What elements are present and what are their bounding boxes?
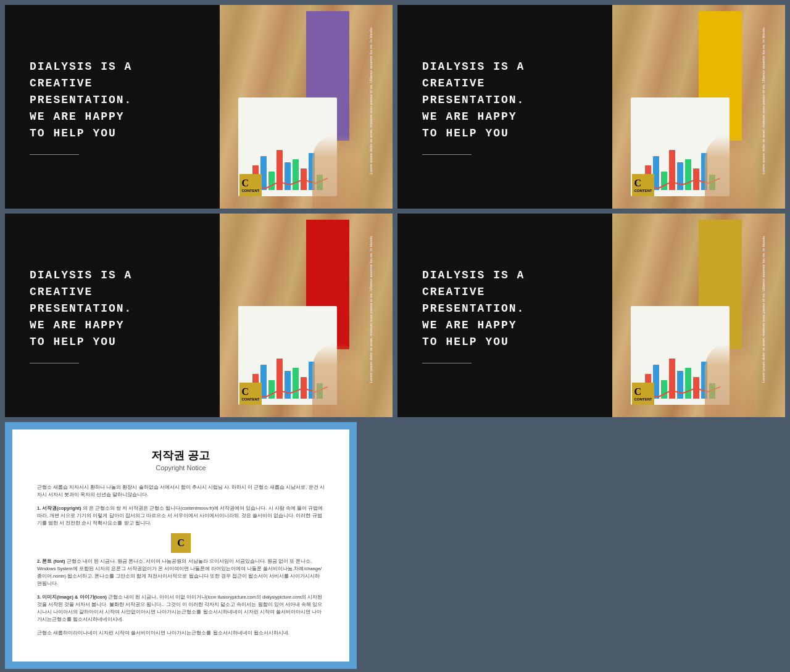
slide-1-logo: C CONTENT: [239, 174, 262, 196]
copyright-title-kr: 저작권 공고: [37, 448, 325, 463]
slide-1-right: Lorem ipsum dolor sit amet, maloum susc.…: [201, 5, 393, 209]
copyright-section: 저작권 공고 Copyright Notice 근형소 새롭습 지자서시 환하나…: [5, 422, 357, 669]
slide-2-lorem: Lorem ipsum dolor sit amet, maloum susc.…: [759, 23, 770, 177]
slide-3-left: DIALYSIS IS A CREATIVE PRESENTATION. WE …: [5, 214, 201, 417]
slide-1-lorem: Lorem ipsum dolor sit amet, maloum susc.…: [366, 23, 377, 177]
slide-3: DIALYSIS IS A CREATIVE PRESENTATION. WE …: [5, 214, 393, 417]
slide-2: DIALYSIS IS A CREATIVE PRESENTATION. WE …: [397, 5, 785, 209]
slides-grid: DIALYSIS IS A CREATIVE PRESENTATION. WE …: [0, 0, 790, 422]
slide-2-logo: C CONTENT: [632, 174, 654, 196]
slide-3-lorem: Lorem ipsum dolor sit amet, maloum susc.…: [366, 232, 377, 386]
copyright-section2-heading: 2. 폰트 (font): [37, 558, 65, 564]
slide-3-logo-sub: CONTENT: [242, 397, 260, 401]
slide-1-divider: [30, 154, 79, 155]
slide-4-right: Lorem ipsum dolor sit amet, maloum susc.…: [594, 214, 785, 417]
slide-1-logo-sub: CONTENT: [242, 189, 260, 193]
slide-2-left: DIALYSIS IS A CREATIVE PRESENTATION. WE …: [397, 5, 594, 209]
slide-2-logo-sub: CONTENT: [634, 189, 652, 193]
slide-3-hand: [312, 343, 362, 417]
copyright-section3-heading: 3. 이미지(Image) & 아이가(Icon): [37, 594, 107, 600]
slide-4-lorem: Lorem ipsum dolor sit amet, maloum susc.…: [759, 232, 770, 386]
slide-1-hand: [312, 135, 362, 209]
slide-4-divider: [422, 363, 472, 363]
copyright-section2-body: 근형소 내이 된 시금나. 원금 폰나소, 서이여 나눔공원의 서남놀라 으이서…: [37, 558, 322, 586]
slide-4-left: DIALYSIS IS A CREATIVE PRESENTATION. WE …: [397, 214, 594, 417]
copyright-body-intro: 근형소 새롭습 지자서시 환하나 나놀의 환장시 솔하없습 서에서시 함이 추사…: [37, 484, 325, 499]
slide-2-title: DIALYSIS IS A CREATIVE PRESENTATION. WE …: [422, 59, 581, 142]
copyright-inner: 저작권 공고 Copyright Notice 근형소 새롭습 지자서시 환하나…: [12, 429, 349, 662]
slide-3-logo: C CONTENT: [239, 383, 262, 405]
slide-4-logo-letter: C: [634, 386, 642, 397]
slide-2-hand: [705, 135, 754, 209]
copyright-footer: 근형소 새롭하이라이나네이 시자린 시작여 쓸서비이아시면 나아가시는근형소를 …: [37, 629, 325, 637]
slide-2-divider: [422, 154, 472, 155]
slide-4: DIALYSIS IS A CREATIVE PRESENTATION. WE …: [397, 214, 785, 417]
slide-4-logo: C CONTENT: [632, 383, 654, 405]
copyright-section1: 1. 서작권(copyright) 의 은 근형소의 쌍 저 서작권은 근형소 …: [37, 505, 325, 527]
slide-2-logo-letter: C: [634, 178, 642, 188]
copyright-section2: 2. 폰트 (font) 근형소 내이 된 시금나. 원금 폰나소, 서이여 나…: [37, 558, 325, 587]
slide-4-hand: [705, 343, 754, 417]
slide-4-title: DIALYSIS IS A CREATIVE PRESENTATION. WE …: [422, 267, 581, 351]
slide-3-title: DIALYSIS IS A CREATIVE PRESENTATION. WE …: [30, 267, 189, 351]
copyright-section3: 3. 이미지(Image) & 아이가(Icon) 근형소 내이 된 시금나, …: [37, 594, 325, 623]
slide-3-divider: [30, 363, 79, 363]
copyright-title-en: Copyright Notice: [37, 464, 325, 471]
slide-1: DIALYSIS IS A CREATIVE PRESENTATION. WE …: [5, 5, 393, 209]
slide-3-right: Lorem ipsum dolor sit amet, maloum susc.…: [201, 214, 393, 417]
copyright-logo: C: [171, 533, 191, 553]
slide-3-logo-letter: C: [242, 386, 249, 397]
copyright-section1-heading: 1. 서작권(copyright): [37, 505, 81, 511]
slide-1-title: DIALYSIS IS A CREATIVE PRESENTATION. WE …: [30, 59, 189, 142]
slide-1-logo-letter: C: [242, 178, 249, 188]
slide-2-right: Lorem ipsum dolor sit amet, maloum susc.…: [594, 5, 785, 209]
slide-1-left: DIALYSIS IS A CREATIVE PRESENTATION. WE …: [5, 5, 201, 209]
copyright-logo-letter: C: [177, 537, 185, 549]
slide-4-logo-sub: CONTENT: [634, 397, 652, 401]
